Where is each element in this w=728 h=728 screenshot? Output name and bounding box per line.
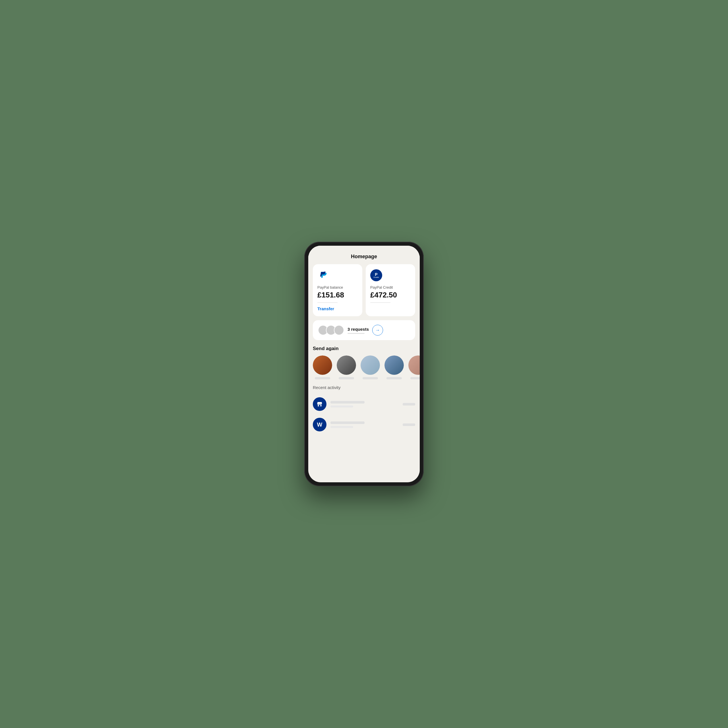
credit-logo: P Credit xyxy=(370,269,382,281)
activity-item-2[interactable]: W xyxy=(313,414,415,435)
activity-amount-1 xyxy=(403,403,415,405)
transfer-link[interactable]: Transfer xyxy=(317,306,358,311)
balance-label: PayPal balance xyxy=(317,285,358,289)
request-avatar-3 xyxy=(334,325,344,335)
balance-cards-row: PayPal balance £151.68 Transfer P Credit… xyxy=(308,264,420,320)
activity-sub-bar-1 xyxy=(330,405,353,407)
person-avatar-1 xyxy=(313,355,332,375)
person-avatar-4 xyxy=(384,355,404,375)
svg-rect-0 xyxy=(319,405,321,407)
page-title: Homepage xyxy=(308,246,420,264)
balance-divider xyxy=(317,302,338,303)
activity-details-1 xyxy=(330,401,399,407)
activity-details-2 xyxy=(330,421,399,428)
person-name-bar-1 xyxy=(315,377,330,379)
phone-screen: Homepage PayPal balance £151.68 Transfer xyxy=(308,246,420,482)
person-name-bar-2 xyxy=(339,377,354,379)
send-person-5[interactable] xyxy=(408,355,420,379)
credit-logo-text: Credit xyxy=(373,277,379,278)
requests-bar[interactable]: 3 requests → xyxy=(313,320,415,340)
person-name-bar-3 xyxy=(362,377,378,379)
phone-device: Homepage PayPal balance £151.68 Transfer xyxy=(304,242,424,486)
send-again-scroll[interactable] xyxy=(308,355,420,385)
person-avatar-5 xyxy=(408,355,420,375)
requests-arrow-button[interactable]: → xyxy=(372,325,383,336)
send-again-title: Send again xyxy=(308,346,420,355)
paypal-credit-card[interactable]: P Credit PayPal Credit £472.50 xyxy=(366,264,415,316)
requests-info: 3 requests xyxy=(347,327,369,334)
activity-list: W xyxy=(308,394,420,435)
activity-icon-w: W xyxy=(313,418,326,431)
person-avatar-2 xyxy=(337,355,356,375)
activity-sub-bar-2 xyxy=(330,426,353,428)
requests-avatar-stack xyxy=(318,325,344,335)
send-person-4[interactable] xyxy=(384,355,404,379)
activity-name-bar-2 xyxy=(330,421,365,424)
person-name-bar-5 xyxy=(410,377,420,379)
requests-sub-bar xyxy=(347,333,365,334)
person-avatar-3 xyxy=(361,355,380,375)
activity-icon-store xyxy=(313,397,326,411)
balance-amount: £151.68 xyxy=(317,291,358,300)
credit-logo-p: P xyxy=(375,272,377,277)
credit-amount: £472.50 xyxy=(370,291,411,300)
send-person-3[interactable] xyxy=(361,355,380,379)
send-person-1[interactable] xyxy=(313,355,332,379)
activity-item-1[interactable] xyxy=(313,394,415,414)
send-person-2[interactable] xyxy=(337,355,356,379)
paypal-logo xyxy=(317,269,329,281)
paypal-balance-card[interactable]: PayPal balance £151.68 Transfer xyxy=(313,264,362,316)
screen-scroll[interactable]: Homepage PayPal balance £151.68 Transfer xyxy=(308,246,420,482)
activity-name-bar-1 xyxy=(330,401,365,404)
credit-divider xyxy=(370,302,390,303)
requests-count: 3 requests xyxy=(347,327,369,332)
credit-label: PayPal Credit xyxy=(370,285,411,289)
person-name-bar-4 xyxy=(387,377,402,379)
recent-activity-label: Recent activity xyxy=(308,385,420,394)
activity-amount-2 xyxy=(403,424,415,426)
